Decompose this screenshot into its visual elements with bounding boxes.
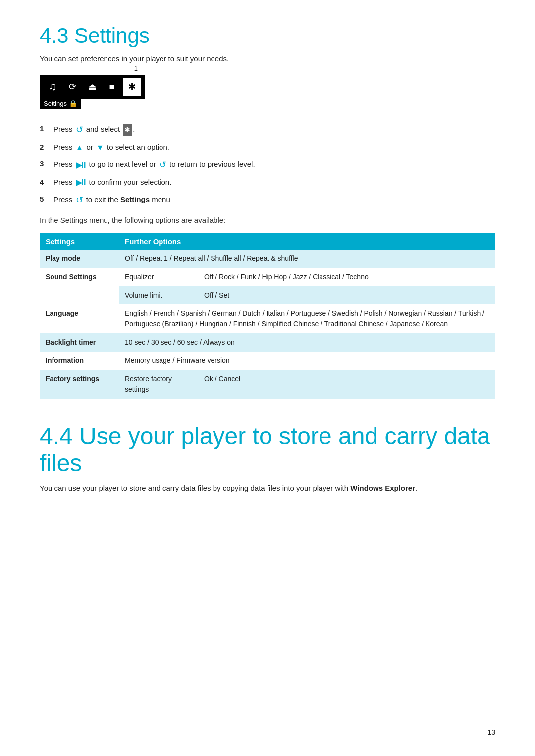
back-arrow3-icon: ↺ — [76, 194, 83, 207]
music-icon: ♫ — [49, 80, 57, 93]
music-icon-box: ♫ — [44, 78, 61, 96]
section-44-title: 4.4 Use your player to store and carry d… — [40, 422, 495, 477]
step-3-content: Press ▶II to go to next level or ↺ to re… — [54, 158, 495, 172]
player-label-row: Settings 🔒 — [40, 99, 81, 109]
player-image: 1 ♫ ⟳ ⏏ ■ ✱ Settings 🔒 — [40, 75, 495, 109]
step-5: 5 Press ↺ to exit the Settings menu — [40, 194, 495, 207]
td-language-options: English / French / Spanish / German / Du… — [119, 304, 495, 333]
td-volume-options: Off / Set — [198, 286, 495, 304]
play-pause2-icon: ▶II — [76, 177, 86, 189]
td-equalizer-options: Off / Rock / Funk / Hip Hop / Jazz / Cla… — [198, 268, 495, 286]
upload-icon-box: ⏏ — [83, 78, 101, 96]
section-43-intro: You can set preferences in your player t… — [40, 54, 495, 63]
down-arrow-icon: ▼ — [96, 142, 104, 153]
step-5-content: Press ↺ to exit the Settings menu — [54, 194, 495, 207]
td-volume-label: Volume limit — [119, 286, 198, 304]
table-intro-text: In the Settings menu, the following opti… — [40, 216, 495, 224]
table-row: Backlight timer 10 sec / 30 sec / 60 sec… — [40, 333, 495, 352]
td-factory-sub: Restore factory settings — [119, 370, 198, 399]
table-row: Factory settings Restore factory setting… — [40, 370, 495, 399]
section-44-intro-end: . — [415, 484, 417, 492]
td-play-mode: Play mode — [40, 250, 119, 268]
player-screen: 1 ♫ ⟳ ⏏ ■ ✱ — [40, 75, 145, 99]
stop-icon-box: ■ — [103, 78, 121, 96]
page-number: 13 — [487, 728, 495, 736]
up-arrow-icon: ▲ — [76, 142, 84, 153]
td-backlight: Backlight timer — [40, 333, 119, 352]
lock-icon: 🔒 — [69, 100, 77, 107]
section-43-title: 4.3 Settings — [40, 24, 495, 48]
step-3-num: 3 — [40, 158, 54, 170]
step-4: 4 Press ▶II to confirm your selection. — [40, 177, 495, 189]
table-header-row: Settings Further Options — [40, 233, 495, 250]
step-3: 3 Press ▶II to go to next level or ↺ to … — [40, 158, 495, 172]
td-backlight-options: 10 sec / 30 sec / 60 sec / Always on — [119, 333, 495, 352]
step-4-num: 4 — [40, 177, 54, 188]
step-2-num: 2 — [40, 142, 54, 153]
steps-list: 1 Press ↺ and select ✱. 2 Press ▲ or ▼ t… — [40, 123, 495, 207]
step-1: 1 Press ↺ and select ✱. — [40, 123, 495, 137]
td-factory: Factory settings — [40, 370, 119, 399]
back-arrow2-icon: ↺ — [159, 158, 166, 172]
th-settings: Settings — [40, 233, 119, 250]
repeat-icon: ⟳ — [69, 81, 76, 92]
back-arrow-icon: ↺ — [76, 123, 83, 137]
screen-number: 1 — [134, 65, 138, 72]
td-information-options: Memory usage / Firmware version — [119, 352, 495, 370]
step-1-content: Press ↺ and select ✱. — [54, 123, 495, 137]
upload-icon: ⏏ — [88, 81, 97, 92]
td-sound-settings: Sound Settings — [40, 268, 119, 304]
step-2: 2 Press ▲ or ▼ to select an option. — [40, 142, 495, 153]
settings-table: Settings Further Options Play mode Off /… — [40, 233, 495, 399]
step-1-num: 1 — [40, 123, 54, 135]
td-language: Language — [40, 304, 119, 333]
play-pause-icon: ▶II — [76, 159, 86, 171]
step-5-num: 5 — [40, 194, 54, 205]
section-44-intro-text: You can use your player to store and car… — [40, 484, 350, 492]
windows-explorer-bold: Windows Explorer — [350, 484, 415, 492]
repeat-icon-box: ⟳ — [63, 78, 81, 96]
td-information: Information — [40, 352, 119, 370]
td-factory-options: Ok / Cancel — [198, 370, 495, 399]
section-44-intro: You can use your player to store and car… — [40, 484, 495, 492]
step-4-content: Press ▶II to confirm your selection. — [54, 177, 495, 189]
table-row: Information Memory usage / Firmware vers… — [40, 352, 495, 370]
gear-inline-icon: ✱ — [123, 124, 132, 136]
td-equalizer-label: Equalizer — [119, 268, 198, 286]
th-further-options: Further Options — [119, 233, 495, 250]
table-row: Sound Settings Equalizer Off / Rock / Fu… — [40, 268, 495, 286]
gear-active-icon: ✱ — [128, 81, 136, 92]
td-play-mode-options: Off / Repeat 1 / Repeat all / Shuffle al… — [119, 250, 495, 268]
gear-active-icon-box: ✱ — [123, 78, 141, 96]
settings-bold: Settings — [120, 196, 150, 204]
step-2-content: Press ▲ or ▼ to select an option. — [54, 142, 495, 153]
table-row: Language English / French / Spanish / Ge… — [40, 304, 495, 333]
table-row: Play mode Off / Repeat 1 / Repeat all / … — [40, 250, 495, 268]
stop-icon: ■ — [109, 82, 115, 92]
player-device: 1 ♫ ⟳ ⏏ ■ ✱ Settings 🔒 — [40, 75, 145, 109]
player-settings-label: Settings — [44, 100, 67, 107]
